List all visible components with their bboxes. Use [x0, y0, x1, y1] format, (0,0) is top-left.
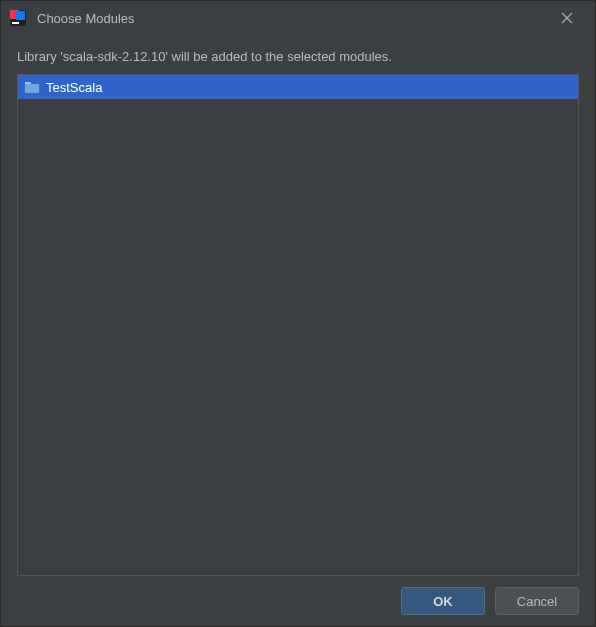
module-folder-icon [24, 79, 40, 95]
dialog-title: Choose Modules [37, 11, 547, 26]
svg-rect-3 [12, 22, 19, 24]
module-label: TestScala [46, 80, 102, 95]
instruction-text: Library 'scala-sdk-2.12.10' will be adde… [17, 49, 579, 64]
titlebar: Choose Modules [1, 1, 595, 35]
button-bar: OK Cancel [1, 576, 595, 626]
svg-rect-2 [16, 11, 25, 20]
close-button[interactable] [547, 1, 587, 35]
dialog-content: Library 'scala-sdk-2.12.10' will be adde… [1, 35, 595, 576]
module-row[interactable]: TestScala [18, 75, 578, 99]
intellij-icon [9, 9, 27, 27]
ok-button[interactable]: OK [401, 587, 485, 615]
close-icon [561, 12, 573, 24]
module-list[interactable]: TestScala [17, 74, 579, 576]
cancel-button[interactable]: Cancel [495, 587, 579, 615]
